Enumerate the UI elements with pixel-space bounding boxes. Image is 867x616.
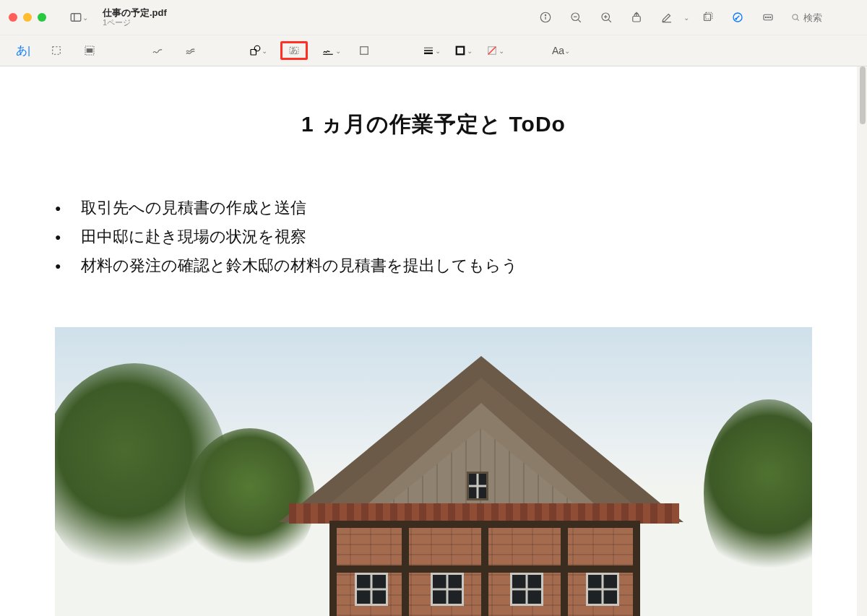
text-tool-glyph: あ	[16, 43, 27, 58]
chevron-down-icon: ⌄	[435, 47, 441, 55]
svg-line-6	[578, 19, 580, 22]
svg-rect-15	[704, 14, 711, 21]
svg-rect-27	[87, 49, 92, 53]
sketch-icon	[151, 44, 164, 57]
highlighter-icon	[660, 11, 673, 24]
chevron-down-icon: ⌄	[335, 47, 341, 55]
form-icon	[762, 11, 775, 24]
maximize-button[interactable]	[38, 13, 46, 22]
sign-tool[interactable]: ⌄	[321, 44, 341, 57]
crop-tool[interactable]	[354, 40, 374, 61]
svg-point-4	[545, 14, 545, 15]
chevron-down-icon: ⌄	[467, 47, 473, 55]
search-input[interactable]	[803, 12, 847, 23]
minimize-button[interactable]	[23, 13, 32, 22]
title-bar: ⌄ 仕事の予定.pdf 1ページ ⌄	[0, 0, 867, 35]
zoom-out-button[interactable]	[564, 6, 588, 28]
svg-rect-16	[706, 12, 712, 19]
svg-point-23	[793, 14, 798, 19]
redact-icon	[83, 44, 96, 57]
rotate-button[interactable]	[695, 6, 720, 28]
fill-color[interactable]: ⌄	[486, 44, 504, 57]
svg-point-18	[736, 19, 737, 20]
file-info: 仕事の予定.pdf 1ページ	[103, 7, 167, 28]
signature-icon	[321, 44, 335, 57]
document-title: 1 ヵ月の作業予定と ToDo	[55, 110, 812, 139]
stroke-icon	[422, 44, 435, 57]
zoom-out-icon	[569, 11, 582, 24]
svg-rect-32	[361, 47, 368, 55]
traffic-lights	[9, 13, 46, 22]
stroke-color-icon	[454, 44, 467, 57]
svg-point-21	[767, 17, 768, 17]
svg-rect-12	[633, 17, 641, 22]
stroke-style[interactable]: ⌄	[422, 44, 441, 57]
svg-rect-25	[53, 47, 61, 55]
svg-line-9	[608, 19, 611, 22]
svg-line-38	[488, 47, 496, 55]
svg-line-24	[797, 19, 798, 20]
markup-icon	[731, 11, 744, 24]
list-item: 田中邸に赴き現場の状況を視察	[55, 226, 812, 248]
search-box[interactable]	[786, 12, 858, 23]
select-rect-tool[interactable]	[46, 40, 66, 61]
text-tool[interactable]: あ|	[13, 40, 33, 61]
info-button[interactable]	[533, 6, 558, 28]
crop-icon	[358, 44, 371, 57]
draw-tool[interactable]	[181, 40, 201, 61]
page-indicator: 1ページ	[103, 18, 167, 27]
chevron-down-icon: ⌄	[262, 47, 267, 55]
svg-point-22	[769, 17, 770, 17]
highlight-button[interactable]	[655, 6, 679, 28]
zoom-in-button[interactable]	[594, 6, 618, 28]
fill-color-icon	[486, 44, 499, 57]
select-rect-icon	[50, 44, 63, 57]
markup-toolbar: あ| ⌄ あ ⌄	[0, 35, 867, 66]
chevron-down-icon[interactable]: ⌄	[683, 14, 689, 22]
redact-tool[interactable]	[79, 40, 100, 61]
search-icon	[790, 12, 801, 22]
sketch-tool[interactable]	[147, 40, 168, 61]
svg-point-29	[254, 45, 260, 51]
stroke-color[interactable]: ⌄	[454, 44, 473, 57]
form-button[interactable]	[756, 6, 780, 28]
vertical-scrollbar[interactable]	[857, 66, 867, 616]
sidebar-toggle[interactable]: ⌄	[66, 11, 91, 24]
svg-rect-36	[457, 47, 465, 55]
markup-button[interactable]	[725, 6, 750, 28]
document-viewport[interactable]: 1 ヵ月の作業予定と ToDo 取引先への見積書の作成と送信 田中邸に赴き現場の…	[0, 66, 867, 616]
info-icon	[539, 11, 552, 24]
list-item: 材料の発注の確認と鈴木邸の材料の見積書を提出してもらう	[55, 255, 812, 277]
draw-icon	[184, 44, 197, 57]
rotate-icon	[701, 11, 714, 24]
chevron-down-icon: ⌄	[499, 47, 504, 55]
file-title: 仕事の予定.pdf	[103, 7, 167, 19]
scrollbar-thumb[interactable]	[860, 66, 866, 124]
close-button[interactable]	[9, 13, 17, 22]
zoom-in-icon	[600, 11, 613, 24]
list-item: 取引先への見積書の作成と送信	[55, 197, 812, 219]
font-style[interactable]: Aa ⌄	[552, 45, 570, 56]
document-image	[55, 327, 812, 616]
chevron-down-icon: ⌄	[564, 47, 570, 55]
share-icon	[630, 11, 643, 24]
svg-rect-0	[71, 14, 81, 22]
sidebar-icon	[69, 11, 82, 24]
bullet-list: 取引先への見積書の作成と送信 田中邸に赴き現場の状況を視察 材料の発注の確認と鈴…	[55, 197, 812, 277]
share-button[interactable]	[624, 6, 649, 28]
shapes-icon	[249, 44, 262, 57]
svg-point-20	[765, 17, 766, 17]
text-box-tool[interactable]: あ	[280, 41, 308, 60]
font-label: Aa	[552, 45, 564, 56]
preview-window: ⌄ 仕事の予定.pdf 1ページ ⌄	[0, 0, 867, 616]
text-box-glyph: あ	[290, 45, 298, 56]
chevron-down-icon: ⌄	[82, 14, 88, 22]
shapes-tool[interactable]: ⌄	[249, 44, 267, 57]
